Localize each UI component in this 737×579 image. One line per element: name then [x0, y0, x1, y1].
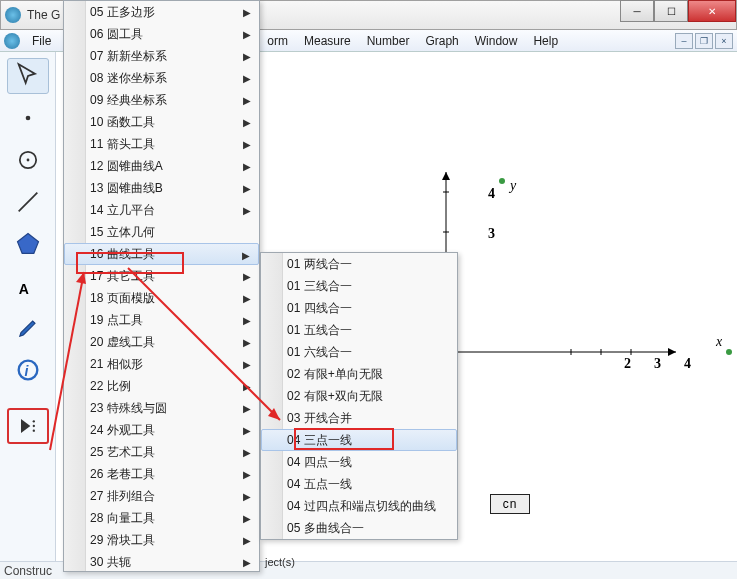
- submenu-item-10[interactable]: 04 五点一线: [261, 473, 457, 495]
- main-dropdown[interactable]: 05 正多边形▶06 圆工具▶07 新新坐标系▶08 迷你坐标系▶09 经典坐标…: [63, 0, 260, 572]
- menu-item-21[interactable]: 21 相似形▶: [64, 353, 259, 375]
- menu-measure[interactable]: Measure: [296, 32, 359, 50]
- submenu-arrow-icon: ▶: [243, 73, 251, 84]
- menu-item-29[interactable]: 29 滑块工具▶: [64, 529, 259, 551]
- menu-item-20[interactable]: 20 虚线工具▶: [64, 331, 259, 353]
- tool-select[interactable]: [7, 58, 49, 94]
- submenu-item-5[interactable]: 02 有限+单向无限: [261, 363, 457, 385]
- menu-item-15[interactable]: 15 立体几何: [64, 221, 259, 243]
- menu-item-label: 09 经典坐标系: [90, 92, 167, 109]
- submenu-item-12[interactable]: 05 多曲线合一: [261, 517, 457, 539]
- tool-point[interactable]: [7, 100, 49, 136]
- mdi-close[interactable]: ×: [715, 33, 733, 49]
- submenu-arrow-icon: ▶: [243, 491, 251, 502]
- menu-window[interactable]: Window: [467, 32, 526, 50]
- menu-item-label: 14 立几平台: [90, 202, 155, 219]
- menu-item-label: 05 正多边形: [90, 4, 155, 21]
- x-tick-2: 2: [624, 356, 631, 372]
- menu-item-22[interactable]: 22 比例▶: [64, 375, 259, 397]
- submenu-item-11[interactable]: 04 过四点和端点切线的曲线: [261, 495, 457, 517]
- submenu-arrow-icon: ▶: [243, 205, 251, 216]
- menu-item-17[interactable]: 17 其它工具▶: [64, 265, 259, 287]
- submenu-arrow-icon: ▶: [243, 117, 251, 128]
- maximize-button[interactable]: ☐: [654, 0, 688, 22]
- menu-item-8[interactable]: 08 迷你坐标系▶: [64, 67, 259, 89]
- svg-text:A: A: [18, 281, 28, 297]
- sub-dropdown[interactable]: 01 两线合一01 三线合一01 四线合一01 五线合一01 六线合一02 有限…: [260, 252, 458, 540]
- submenu-item-7[interactable]: 03 开线合并: [261, 407, 457, 429]
- menu-item-label: 11 箭头工具: [90, 136, 155, 153]
- menu-item-12[interactable]: 12 圆锥曲线A▶: [64, 155, 259, 177]
- menu-item-label: 18 页面模版: [90, 290, 155, 307]
- menu-item-7[interactable]: 07 新新坐标系▶: [64, 45, 259, 67]
- submenu-item-label: 01 五线合一: [287, 322, 352, 339]
- mdi-minimize[interactable]: –: [675, 33, 693, 49]
- app-icon: [5, 7, 21, 23]
- menu-item-27[interactable]: 27 排列组合▶: [64, 485, 259, 507]
- submenu-arrow-icon: ▶: [243, 535, 251, 546]
- tool-custom[interactable]: [7, 408, 49, 444]
- x-axis-label: x: [716, 334, 722, 350]
- submenu-item-label: 03 开线合并: [287, 410, 352, 427]
- submenu-item-1[interactable]: 01 三线合一: [261, 275, 457, 297]
- submenu-arrow-icon: ▶: [243, 337, 251, 348]
- menu-file[interactable]: File: [24, 32, 59, 50]
- submenu-item-0[interactable]: 01 两线合一: [261, 253, 457, 275]
- doc-icon: [4, 33, 20, 49]
- tool-text[interactable]: A: [7, 268, 49, 304]
- menu-item-6[interactable]: 06 圆工具▶: [64, 23, 259, 45]
- menu-item-23[interactable]: 23 特殊线与圆▶: [64, 397, 259, 419]
- menu-item-13[interactable]: 13 圆锥曲线B▶: [64, 177, 259, 199]
- menu-item-28[interactable]: 28 向量工具▶: [64, 507, 259, 529]
- menu-transform[interactable]: orm: [259, 32, 296, 50]
- tool-polygon[interactable]: [7, 226, 49, 262]
- menu-item-label: 13 圆锥曲线B: [90, 180, 163, 197]
- submenu-arrow-icon: ▶: [243, 381, 251, 392]
- menu-item-25[interactable]: 25 艺术工具▶: [64, 441, 259, 463]
- submenu-item-label: 01 六线合一: [287, 344, 352, 361]
- submenu-item-label: 02 有限+单向无限: [287, 366, 383, 383]
- mdi-restore[interactable]: ❐: [695, 33, 713, 49]
- menu-item-11[interactable]: 11 箭头工具▶: [64, 133, 259, 155]
- svg-point-8: [32, 420, 34, 422]
- submenu-item-9[interactable]: 04 四点一线: [261, 451, 457, 473]
- tool-info[interactable]: i: [7, 352, 49, 388]
- y-tick-4: 4: [488, 186, 495, 202]
- menu-item-label: 29 滑块工具: [90, 532, 155, 549]
- menu-item-label: 22 比例: [90, 378, 131, 395]
- submenu-arrow-icon: ▶: [243, 95, 251, 106]
- menu-item-5[interactable]: 05 正多边形▶: [64, 1, 259, 23]
- menu-item-label: 19 点工具: [90, 312, 143, 329]
- axis-endpoint-y: [499, 178, 505, 184]
- menu-item-label: 25 艺术工具: [90, 444, 155, 461]
- menu-item-18[interactable]: 18 页面模版▶: [64, 287, 259, 309]
- submenu-item-2[interactable]: 01 四线合一: [261, 297, 457, 319]
- submenu-item-6[interactable]: 02 有限+双向无限: [261, 385, 457, 407]
- menu-item-label: 16 曲线工具: [90, 246, 155, 263]
- tool-marker[interactable]: [7, 310, 49, 346]
- tool-circle[interactable]: [7, 142, 49, 178]
- menu-item-label: 06 圆工具: [90, 26, 143, 43]
- menu-item-10[interactable]: 10 函数工具▶: [64, 111, 259, 133]
- toolbox: A i: [0, 52, 56, 561]
- svg-point-9: [32, 425, 34, 427]
- submenu-item-8[interactable]: 04 三点一线: [261, 429, 457, 451]
- menu-item-26[interactable]: 26 老巷工具▶: [64, 463, 259, 485]
- menu-item-19[interactable]: 19 点工具▶: [64, 309, 259, 331]
- menu-item-24[interactable]: 24 外观工具▶: [64, 419, 259, 441]
- menu-item-14[interactable]: 14 立几平台▶: [64, 199, 259, 221]
- menu-item-16[interactable]: 16 曲线工具▶: [64, 243, 259, 265]
- tool-line[interactable]: [7, 184, 49, 220]
- minimize-button[interactable]: ─: [620, 0, 654, 22]
- menu-item-label: 17 其它工具: [90, 268, 155, 285]
- menu-item-label: 26 老巷工具: [90, 466, 155, 483]
- menu-item-label: 23 特殊线与圆: [90, 400, 167, 417]
- menu-graph[interactable]: Graph: [417, 32, 466, 50]
- submenu-item-3[interactable]: 01 五线合一: [261, 319, 457, 341]
- menu-number[interactable]: Number: [359, 32, 418, 50]
- menu-item-30[interactable]: 30 共轭▶: [64, 551, 259, 573]
- submenu-item-4[interactable]: 01 六线合一: [261, 341, 457, 363]
- menu-help[interactable]: Help: [525, 32, 566, 50]
- close-button[interactable]: ✕: [688, 0, 736, 22]
- menu-item-9[interactable]: 09 经典坐标系▶: [64, 89, 259, 111]
